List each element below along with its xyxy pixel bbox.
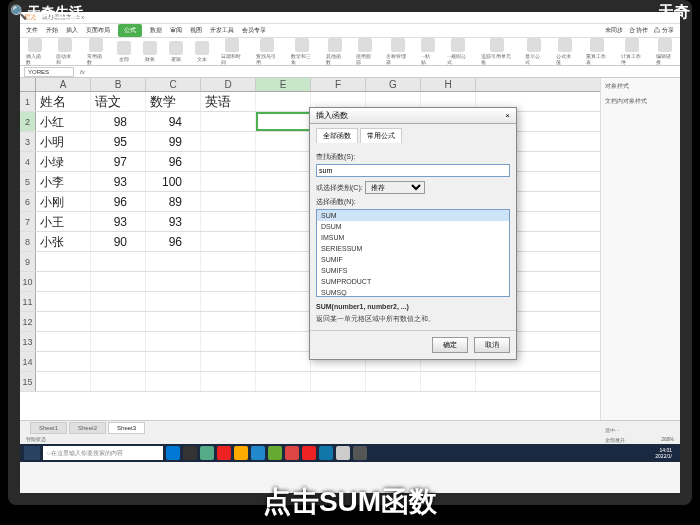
taskbar-app-icon[interactable] — [200, 446, 214, 460]
taskbar-app-icon[interactable] — [268, 446, 282, 460]
ribbon-···粘贴[interactable]: ···粘贴 — [421, 38, 435, 65]
ribbon-计算工作簿[interactable]: 计算工作簿 — [621, 38, 644, 65]
col-header-C[interactable]: C — [146, 78, 201, 91]
function-item-IMSUM[interactable]: IMSUM — [317, 232, 509, 243]
menu-视图[interactable]: 视图 — [190, 26, 202, 35]
row-header-6[interactable]: 6 — [20, 192, 36, 211]
cell-D9[interactable] — [201, 252, 256, 271]
cell-B3[interactable]: 95 — [91, 132, 146, 151]
cell-E8[interactable] — [256, 232, 311, 251]
taskbar-app-icon[interactable] — [166, 446, 180, 460]
cell-E1[interactable] — [256, 92, 311, 111]
taskbar-app-icon[interactable] — [251, 446, 265, 460]
cell-B9[interactable] — [91, 252, 146, 271]
ribbon-插入函数[interactable]: 插入函数 — [26, 38, 44, 65]
cell-E9[interactable] — [256, 252, 311, 271]
row-header-7[interactable]: 7 — [20, 212, 36, 231]
col-header-B[interactable]: B — [91, 78, 146, 91]
cell-B13[interactable] — [91, 332, 146, 351]
search-input[interactable] — [316, 164, 510, 177]
category-select[interactable]: 推荐 — [365, 181, 425, 194]
cell-C4[interactable]: 96 — [146, 152, 201, 171]
ribbon-追踪引用单元格[interactable]: 追踪引用单元格 — [481, 38, 513, 65]
cell-B12[interactable] — [91, 312, 146, 331]
row-header-14[interactable]: 14 — [20, 352, 36, 371]
menu-开发工具[interactable]: 开发工具 — [210, 26, 234, 35]
tab-common-formulas[interactable]: 常用公式 — [360, 128, 402, 143]
cell-A7[interactable]: 小王 — [36, 212, 91, 231]
row-header-9[interactable]: 9 — [20, 252, 36, 271]
cell-D10[interactable] — [201, 272, 256, 291]
cell-B5[interactable]: 93 — [91, 172, 146, 191]
ribbon-常用函数[interactable]: 常用函数 — [87, 38, 105, 65]
cell-H15[interactable] — [421, 372, 476, 391]
sheet-tab-Sheet1[interactable]: Sheet1 — [30, 422, 67, 434]
taskbar-app-icon[interactable] — [302, 446, 316, 460]
taskbar-app-icon[interactable] — [183, 446, 197, 460]
col-header-H[interactable]: H — [421, 78, 476, 91]
cell-E3[interactable] — [256, 132, 311, 151]
col-header-F[interactable]: F — [311, 78, 366, 91]
menu-公式[interactable]: 公式 — [118, 24, 142, 37]
menu-审阅[interactable]: 审阅 — [170, 26, 182, 35]
cell-D1[interactable]: 英语 — [201, 92, 256, 111]
row-header-13[interactable]: 13 — [20, 332, 36, 351]
menu-right-item[interactable]: 未同步 — [605, 26, 623, 35]
taskbar-app-icon[interactable] — [285, 446, 299, 460]
cell-B10[interactable] — [91, 272, 146, 291]
ok-button[interactable]: 确定 — [432, 337, 468, 353]
cell-E15[interactable] — [256, 372, 311, 391]
taskbar-app-icon[interactable] — [217, 446, 231, 460]
cell-D15[interactable] — [201, 372, 256, 391]
cell-D4[interactable] — [201, 152, 256, 171]
cell-C10[interactable] — [146, 272, 201, 291]
cell-B6[interactable]: 96 — [91, 192, 146, 211]
row-header-5[interactable]: 5 — [20, 172, 36, 191]
cell-A14[interactable] — [36, 352, 91, 371]
cell-E4[interactable] — [256, 152, 311, 171]
cell-C3[interactable]: 99 — [146, 132, 201, 151]
ribbon-全部[interactable]: 全部 — [117, 41, 131, 62]
row-header-11[interactable]: 11 — [20, 292, 36, 311]
ribbon-使用跟踪[interactable]: 使用跟踪 — [356, 38, 374, 65]
cell-A11[interactable] — [36, 292, 91, 311]
menu-文件[interactable]: 文件 — [26, 26, 38, 35]
col-header-D[interactable]: D — [201, 78, 256, 91]
cell-B4[interactable]: 97 — [91, 152, 146, 171]
cancel-button[interactable]: 取消 — [474, 337, 510, 353]
ribbon-其他函数[interactable]: 其他函数 — [326, 38, 344, 65]
cell-A12[interactable] — [36, 312, 91, 331]
menu-数据[interactable]: 数据 — [150, 26, 162, 35]
cell-D11[interactable] — [201, 292, 256, 311]
row-header-1[interactable]: 1 — [20, 92, 36, 111]
cell-A15[interactable] — [36, 372, 91, 391]
cell-C5[interactable]: 100 — [146, 172, 201, 191]
cell-A3[interactable]: 小明 — [36, 132, 91, 151]
tab-all-functions[interactable]: 全部函数 — [316, 128, 358, 143]
cell-C15[interactable] — [146, 372, 201, 391]
cell-D14[interactable] — [201, 352, 256, 371]
row-header-2[interactable]: 2 — [20, 112, 36, 131]
row-header-12[interactable]: 12 — [20, 312, 36, 331]
row-header-10[interactable]: 10 — [20, 272, 36, 291]
dialog-titlebar[interactable]: 插入函数 × — [310, 108, 516, 124]
ribbon-数学和三角[interactable]: 数学和三角 — [291, 38, 314, 65]
side-expand[interactable]: 全部展开 — [605, 437, 625, 443]
ribbon-名称管理器[interactable]: 名称管理器 — [386, 38, 409, 65]
cell-A2[interactable]: 小红 — [36, 112, 91, 131]
menu-right-item[interactable]: 凸 分享 — [654, 26, 674, 35]
cell-E2[interactable] — [256, 112, 311, 131]
function-item-SUM[interactable]: SUM — [317, 210, 509, 221]
sheet-tab-Sheet2[interactable]: Sheet2 — [69, 422, 106, 434]
col-header-E[interactable]: E — [256, 78, 311, 91]
cell-A13[interactable] — [36, 332, 91, 351]
menu-开始[interactable]: 开始 — [46, 26, 58, 35]
cell-B8[interactable]: 90 — [91, 232, 146, 251]
cell-D8[interactable] — [201, 232, 256, 251]
row-header-15[interactable]: 15 — [20, 372, 36, 391]
cell-C13[interactable] — [146, 332, 201, 351]
cell-C11[interactable] — [146, 292, 201, 311]
menu-插入[interactable]: 插入 — [66, 26, 78, 35]
ribbon-公式求值[interactable]: 公式求值 — [556, 38, 574, 65]
function-item-DSUM[interactable]: DSUM — [317, 221, 509, 232]
